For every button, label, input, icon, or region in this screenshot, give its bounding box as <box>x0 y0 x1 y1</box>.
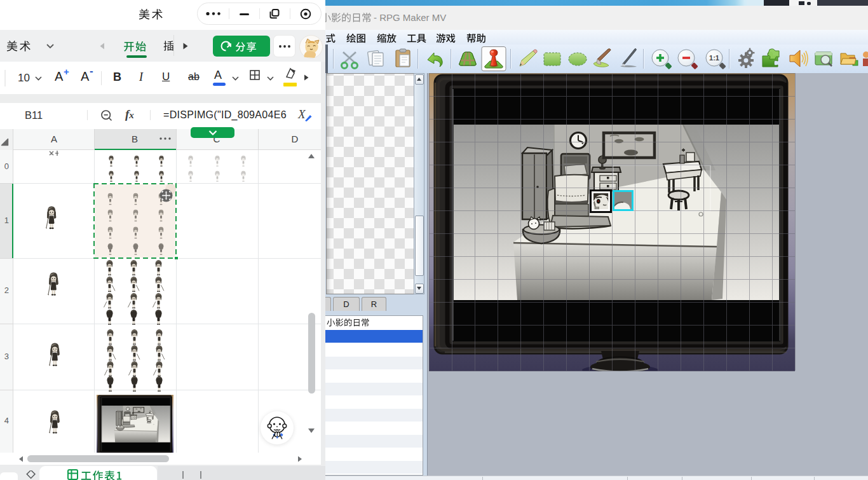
svg-text:1:1: 1:1 <box>709 54 719 62</box>
